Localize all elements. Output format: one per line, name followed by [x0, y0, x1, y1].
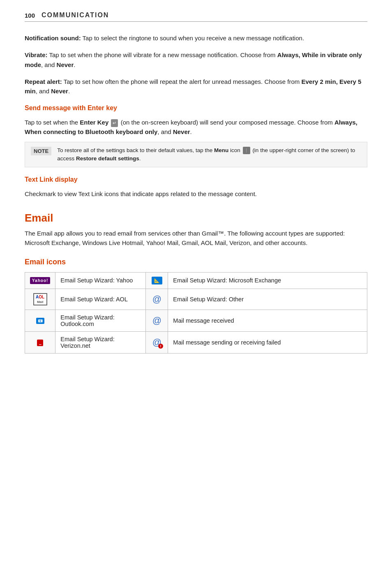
- note-text2: icon: [228, 147, 242, 153]
- table-row: 📧 Email Setup Wizard: Outlook.com @ Mail…: [25, 310, 367, 331]
- menu-icon: ⋮: [243, 147, 250, 155]
- table-row: ⎯ Email Setup Wizard: Verizon.net @ ! Ma…: [25, 331, 367, 353]
- notification-sound-text: Tap to select the ringtone to sound when…: [83, 35, 304, 42]
- email-title: Email: [25, 212, 367, 224]
- send-option2: Never: [173, 128, 190, 135]
- exchange-label: Email Setup Wizard: Microsoft Exchange: [168, 272, 367, 289]
- page-number: 100: [25, 12, 35, 19]
- email-desc-para: The Email app allows you to read email f…: [25, 229, 367, 248]
- vibrate-block: Vibrate: Tap to set when the phone will …: [25, 50, 367, 69]
- repeat-alert-label: Repeat alert:: [25, 78, 62, 85]
- vibrate-label: Vibrate:: [25, 51, 48, 58]
- note-text4: .: [139, 155, 141, 162]
- notification-sound-block: Notification sound: Tap to select the ri…: [25, 33, 367, 43]
- at-alert-icon-cell: @ !: [146, 331, 168, 353]
- text-link-section: Text Link display Checkmark to view Text…: [25, 175, 367, 199]
- send-text1: Tap to set when the: [25, 119, 80, 126]
- send-message-section: Send message with Enter key Tap to set w…: [25, 103, 367, 167]
- table-row: Yahoo! Email Setup Wizard: Yahoo 📐 Email…: [25, 272, 367, 289]
- outlook-icon-cell: 📧: [25, 310, 55, 331]
- outlook-icon: 📧: [36, 318, 44, 324]
- verizon-icon-cell: ⎯: [25, 331, 55, 353]
- yahoo-icon: Yahoo!: [30, 277, 50, 284]
- note-text1: To restore all of the settings back to t…: [57, 147, 214, 153]
- repeat-alert-para: Repeat alert: Tap to set how often the p…: [25, 77, 367, 96]
- aol-icon-cell: AOL Mail: [25, 289, 55, 310]
- notification-sound-label: Notification sound:: [25, 35, 81, 42]
- note-menu: Menu: [214, 147, 228, 153]
- vibrate-text1: Tap to set when the phone will vibrate f…: [49, 51, 277, 58]
- enter-key-label: Enter Key: [80, 119, 108, 126]
- at-alert-icon: @ !: [152, 337, 161, 348]
- mail-received-label: Mail message received: [168, 310, 367, 331]
- verizon-icon: ⎯: [37, 340, 44, 346]
- text-link-heading: Text Link display: [25, 175, 367, 185]
- mail-received-icon: @: [152, 315, 161, 326]
- at-other-icon-cell: @: [146, 289, 168, 310]
- send-text2: (on the on-screen keyboard) will send yo…: [121, 119, 334, 126]
- notification-sound-para: Notification sound: Tap to select the ri…: [25, 33, 367, 43]
- outlook-label: Email Setup Wizard: Outlook.com: [55, 310, 146, 331]
- exchange-icon-cell: 📐: [146, 272, 168, 289]
- yahoo-icon-cell: Yahoo!: [25, 272, 55, 289]
- page-content: 100 Communication Notification sound: Ta…: [0, 0, 392, 370]
- at-other-label: Email Setup Wizard: Other: [168, 289, 367, 310]
- repeat-alert-text2: , and: [36, 88, 51, 95]
- mail-received-icon-cell: @: [146, 310, 168, 331]
- aol-icon: AOL Mail: [33, 293, 47, 305]
- page-header: 100 Communication: [25, 12, 367, 22]
- send-message-heading: Send message with Enter key: [25, 103, 367, 113]
- exchange-icon: 📐: [152, 277, 162, 284]
- email-description: The Email app allows you to read email f…: [25, 229, 367, 248]
- section-title: Communication: [42, 12, 109, 19]
- verizon-label: Email Setup Wizard: Verizon.net: [55, 331, 146, 353]
- enter-key-icon: ↵: [111, 119, 118, 127]
- email-icons-table: Yahoo! Email Setup Wizard: Yahoo 📐 Email…: [25, 272, 367, 354]
- vibrate-text2: , and: [41, 61, 57, 68]
- table-row: AOL Mail Email Setup Wizard: AOL @ Email…: [25, 289, 367, 310]
- email-icons-heading: Email icons: [25, 258, 367, 266]
- text-link-para: Checkmark to view Text Link icons that i…: [25, 189, 367, 199]
- repeat-alert-block: Repeat alert: Tap to set how often the p…: [25, 77, 367, 96]
- note-restore: Restore default settings: [76, 155, 139, 162]
- vibrate-option2: Never: [57, 61, 74, 68]
- note-content: To restore all of the settings back to t…: [57, 146, 361, 163]
- repeat-alert-option2: Never: [51, 88, 68, 95]
- repeat-alert-text3: .: [68, 88, 70, 95]
- note-label: NOTE: [31, 147, 51, 156]
- note-box: NOTE To restore all of the settings back…: [25, 142, 367, 168]
- at-alert-label: Mail message sending or receiving failed: [168, 331, 367, 353]
- at-other-icon: @: [152, 294, 161, 305]
- vibrate-text3: .: [74, 61, 75, 68]
- yahoo-label: Email Setup Wizard: Yahoo: [55, 272, 146, 289]
- repeat-alert-text1: Tap to set how often the phone will repe…: [64, 78, 302, 85]
- send-text3: , and: [157, 128, 173, 135]
- send-text4: .: [190, 128, 192, 135]
- send-message-para: Tap to set when the Enter Key ↵ (on the …: [25, 118, 367, 137]
- alert-badge: !: [158, 344, 163, 349]
- aol-label: Email Setup Wizard: AOL: [55, 289, 146, 310]
- vibrate-para: Vibrate: Tap to set when the phone will …: [25, 50, 367, 69]
